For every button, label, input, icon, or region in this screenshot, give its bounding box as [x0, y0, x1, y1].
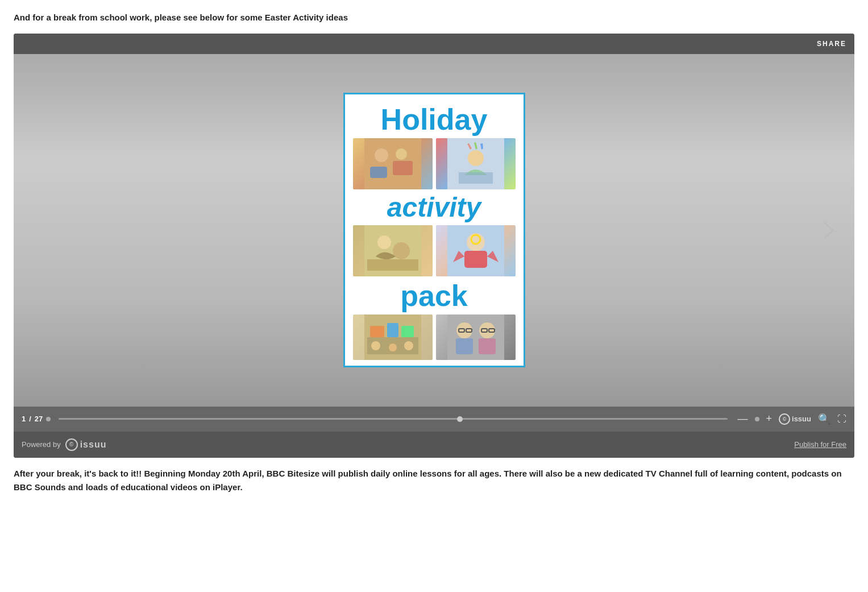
page-separator: / — [29, 415, 31, 423]
photo-5 — [353, 314, 433, 360]
issuu-footer-text: issuu — [80, 440, 107, 450]
svg-point-21 — [371, 341, 380, 350]
svg-point-23 — [404, 341, 413, 350]
intro-text: And for a break from school work, please… — [14, 11, 854, 24]
zoom-in-button[interactable]: + — [766, 413, 773, 425]
issuu-logo-controls[interactable]: © issuu — [779, 413, 811, 425]
page-dot — [46, 417, 51, 421]
book-title-pack: pack — [400, 280, 468, 312]
svg-point-13 — [467, 233, 485, 251]
svg-rect-7 — [459, 172, 493, 184]
issuu-footer-icon: © — [65, 438, 78, 451]
fullscreen-button[interactable]: ⛶ — [837, 414, 846, 424]
svg-point-1 — [375, 148, 388, 162]
svg-rect-18 — [370, 326, 384, 337]
issuu-text-controls: issuu — [792, 415, 811, 423]
svg-rect-11 — [367, 259, 418, 271]
publish-for-free-link[interactable]: Publish for Free — [794, 440, 846, 449]
svg-rect-3 — [393, 161, 413, 175]
issuu-viewer: SHARE Holiday — [14, 34, 854, 458]
issuu-icon: © — [779, 413, 790, 425]
zoom-out-button[interactable]: — — [738, 413, 748, 425]
prev-page-button[interactable] — [25, 216, 53, 245]
svg-rect-32 — [479, 338, 496, 354]
book-title-holiday: Holiday — [381, 104, 488, 136]
page-counter: 1 / 27 — [22, 415, 51, 423]
svg-point-10 — [393, 242, 410, 259]
photo-6 — [436, 314, 516, 360]
controls-icons: — + © issuu 🔍 ⛶ — [738, 413, 846, 425]
svg-point-6 — [468, 150, 484, 166]
search-button[interactable]: 🔍 — [818, 413, 830, 425]
photo-3 — [353, 225, 433, 276]
svg-rect-2 — [370, 167, 387, 178]
page-current: 1 — [22, 415, 26, 423]
book-title-activity: activity — [387, 193, 481, 223]
slider-thumb — [457, 416, 463, 422]
svg-rect-14 — [464, 251, 487, 268]
page-slider[interactable] — [59, 418, 727, 420]
photos-bot-row — [353, 314, 516, 360]
svg-point-4 — [396, 148, 407, 160]
next-page-button[interactable] — [815, 216, 843, 245]
share-bar: SHARE — [14, 34, 854, 54]
issuu-logo-footer[interactable]: © issuu — [65, 438, 107, 451]
powered-by-text: Powered by — [22, 440, 61, 449]
svg-rect-20 — [401, 326, 414, 337]
photo-4 — [436, 225, 516, 276]
book-cover: Holiday — [343, 93, 525, 367]
svg-rect-19 — [387, 323, 398, 337]
photos-top-row — [353, 138, 516, 189]
photo-1 — [353, 138, 433, 189]
svg-rect-31 — [456, 338, 473, 354]
page-dot-2 — [755, 417, 759, 421]
photos-mid-row — [353, 225, 516, 276]
page-total: 27 — [35, 415, 43, 423]
powered-by-section: Powered by © issuu — [22, 438, 106, 451]
outro-text: After your break, it's back to it!! Begi… — [14, 467, 854, 494]
svg-point-22 — [389, 343, 397, 351]
controls-bar: 1 / 27 — + © issuu 🔍 ⛶ — [14, 407, 854, 432]
photo-2 — [436, 138, 516, 189]
share-button[interactable]: SHARE — [817, 40, 846, 48]
svg-rect-24 — [447, 314, 504, 360]
footer-bar: Powered by © issuu Publish for Free — [14, 432, 854, 458]
svg-point-9 — [377, 235, 391, 249]
viewer-main: Holiday — [14, 54, 854, 407]
